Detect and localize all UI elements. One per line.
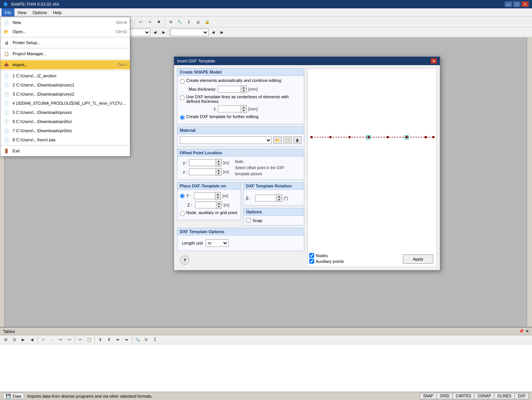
max-thickness-input[interactable]	[218, 86, 241, 93]
apply-button[interactable]: Apply	[403, 254, 433, 264]
minimize-button[interactable]: —	[505, 1, 512, 7]
offset-y-down[interactable]: ▼	[216, 163, 221, 166]
tt-btn-10[interactable]: 📋	[85, 336, 93, 344]
offset-y-input[interactable]: -82.417	[189, 159, 216, 166]
tt-btn-4[interactable]: ◀	[28, 336, 36, 344]
tt-btn-13[interactable]: ⬅	[113, 336, 122, 344]
menu-options[interactable]: Options	[29, 8, 50, 16]
material-select[interactable]	[180, 136, 272, 144]
menu-item-recent8[interactable]: 📄 8 C:\Users\...\horní pás	[0, 135, 130, 144]
tt-btn-8[interactable]: ↪	[65, 336, 73, 344]
place-z-input[interactable]: 0.000	[195, 202, 216, 208]
tt-btn-3[interactable]: ▶	[19, 336, 27, 344]
material-btn-1[interactable]: 📂	[273, 136, 282, 144]
close-button[interactable]: ✕	[521, 1, 529, 7]
menu-item-recent7[interactable]: 📄 7 C:\Users\...\Downloads\průřez	[0, 126, 130, 135]
place-z-up[interactable]: ▲	[216, 202, 222, 205]
tt-btn-9[interactable]: ✂	[76, 336, 85, 344]
status-tab-snap[interactable]: SNAP	[420, 393, 436, 399]
tt-btn-11[interactable]: ⬇	[96, 336, 104, 344]
menu-view[interactable]: View	[14, 8, 30, 16]
tt-btn-1[interactable]: ⊞	[2, 336, 10, 344]
place-y-up[interactable]: ▲	[215, 192, 220, 196]
radio-centerlines[interactable]	[180, 95, 185, 100]
t-input[interactable]	[218, 106, 241, 112]
menu-item-recent6[interactable]: 📄 6 C:\Users\...\Downloads\průřez	[0, 117, 130, 126]
maximize-button[interactable]: □	[513, 1, 521, 7]
tt-btn-14[interactable]: ➡	[122, 336, 131, 344]
tb-btn-11[interactable]: ↪	[145, 18, 154, 26]
t-up[interactable]: ▲	[241, 106, 246, 109]
offset-y-up[interactable]: ▲	[216, 159, 221, 163]
tt-btn-16[interactable]: fx	[142, 336, 150, 344]
beta-up[interactable]: ▲	[276, 195, 282, 198]
menu-help[interactable]: Help	[50, 8, 65, 16]
status-tab-cartes[interactable]: CARTES	[452, 393, 474, 399]
menu-item-import[interactable]: 📥 Import... Ctrl+I	[0, 60, 130, 69]
status-tab-dxf[interactable]: DXF	[514, 393, 529, 399]
menu-item-recent4[interactable]: 📄 4 19Z0648_STOJINA_PRODLOUŽENÉ_LIPY_TL_…	[0, 99, 130, 108]
menu-item-recent5[interactable]: 📄 5 C:\Users\...\Downloads\prurez	[0, 108, 130, 117]
tt-btn-12[interactable]: ⬆	[105, 336, 113, 344]
menu-file[interactable]: File	[2, 8, 14, 16]
tb-btn-12[interactable]: ✖	[155, 18, 163, 26]
tb-btn-17[interactable]: 🔒	[203, 18, 211, 26]
aux-points-checkbox[interactable]	[309, 259, 314, 264]
menu-item-recent3[interactable]: 📄 3 C:\Users\...\Downloads\prurez2	[0, 90, 130, 99]
radio-dxf-template[interactable]	[180, 115, 185, 120]
t-down[interactable]: ▼	[241, 109, 246, 112]
menu-item-recent2[interactable]: 📄 2 C:\Users\...\Downloads\prurez1	[0, 80, 130, 90]
menu-item-new[interactable]: 📄 New Ctrl+N	[0, 18, 130, 27]
offset-z-down[interactable]: ▼	[216, 172, 221, 175]
tb2-btn-12[interactable]: ◀	[151, 28, 159, 37]
radio-place-coord[interactable]	[180, 194, 185, 198]
tt-btn-15[interactable]: 🔍	[133, 336, 142, 344]
material-btn-2[interactable]: 📋	[283, 136, 292, 144]
tables-pin[interactable]: 📌	[519, 329, 524, 334]
menu-item-printer[interactable]: 🖨 Printer Setup...	[0, 38, 130, 47]
tb-btn-14[interactable]: 🔧	[176, 18, 184, 26]
status-tab-grid[interactable]: GRID	[436, 393, 452, 399]
place-y-down[interactable]: ▼	[215, 196, 220, 199]
tb2-btn-14[interactable]: ◀	[209, 28, 217, 37]
right-vscroll[interactable]	[527, 37, 532, 327]
tt-btn-7[interactable]: ↩	[56, 336, 65, 344]
beta-input[interactable]: 0.00	[255, 195, 276, 202]
tt-btn-2[interactable]: ⊟	[10, 336, 19, 344]
menu-item-recent1[interactable]: 📄 1 C:\Users\...\Z_section	[0, 71, 130, 80]
status-tab-glines[interactable]: GLINES	[494, 393, 514, 399]
tt-btn-6[interactable]: -	[48, 336, 56, 344]
help-button[interactable]: ?	[180, 256, 189, 265]
menu-item-exit[interactable]: 🚪 Exit	[0, 146, 130, 155]
dialog-close-button[interactable]: ✕	[431, 58, 437, 64]
menu-item-project-manager[interactable]: 📋 Project Manager...	[0, 49, 130, 58]
max-thickness-down[interactable]: ▼	[241, 89, 246, 93]
offset-z-input[interactable]: 0.000	[189, 168, 216, 175]
beta-down[interactable]: ▼	[276, 198, 282, 202]
tb2-btn-15[interactable]: ▶	[218, 28, 226, 37]
radio-auto-create[interactable]	[180, 79, 185, 84]
length-unit-select[interactable]: m cm mm inch	[206, 239, 228, 247]
max-thickness-up[interactable]: ▲	[241, 86, 246, 89]
radio-node-point[interactable]	[180, 211, 185, 216]
tb-btn-10[interactable]: ↩	[136, 18, 145, 26]
tt-btn-17[interactable]: Σ	[151, 336, 159, 344]
place-y-input[interactable]: 0.000	[194, 192, 215, 199]
tables-title: Tables	[3, 329, 15, 334]
place-z-down[interactable]: ▼	[216, 205, 222, 208]
status-tab-osnap[interactable]: OSNAP	[474, 393, 494, 399]
tb2-select-2[interactable]	[171, 29, 209, 36]
tb-btn-15[interactable]: ℹ	[185, 18, 193, 26]
tb-btn-13[interactable]: ⚙	[166, 18, 175, 26]
snap-checkbox[interactable]	[246, 218, 251, 223]
radio-row-2: Use DXF template lines as centerlines of…	[180, 94, 302, 104]
tables-close[interactable]: ✕	[526, 329, 529, 334]
offset-z-up[interactable]: ▲	[216, 168, 221, 172]
menu-item-open[interactable]: 📂 Open... Ctrl+O	[0, 27, 130, 36]
tt-btn-5[interactable]: +	[39, 336, 47, 344]
open-shortcut: Ctrl+O	[116, 30, 127, 34]
material-btn-3[interactable]: 🗑	[293, 136, 302, 144]
nodes-checkbox[interactable]	[309, 253, 314, 258]
tb2-btn-13[interactable]: ▶	[160, 28, 168, 37]
tb-btn-16[interactable]: 🖨	[194, 18, 202, 26]
